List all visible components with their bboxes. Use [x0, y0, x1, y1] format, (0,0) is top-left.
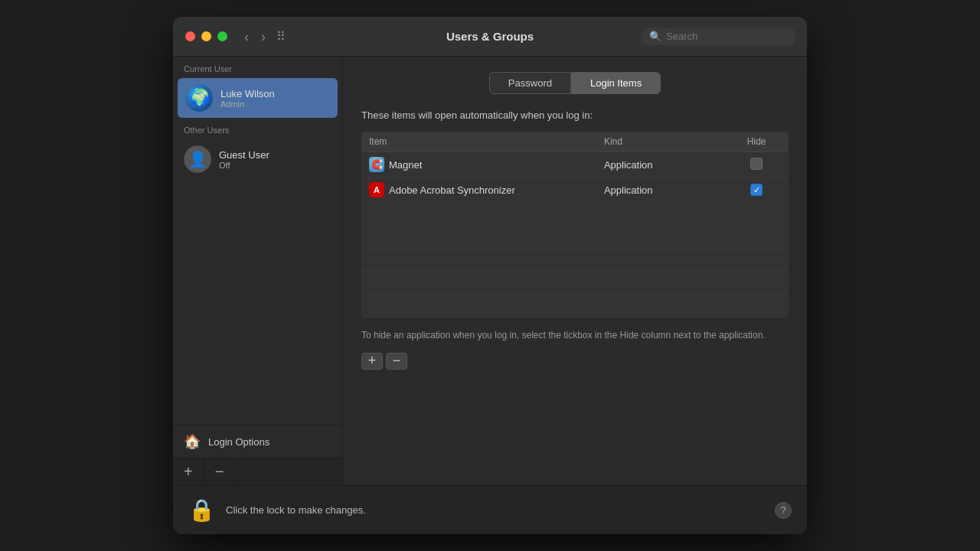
tab-login-items[interactable]: Login Items: [571, 72, 661, 94]
other-users-label: Other Users: [173, 118, 342, 139]
item-hide-magnet[interactable]: [724, 152, 789, 178]
titlebar: ‹ › ⠿ Users & Groups 🔍: [173, 17, 807, 57]
items-table: Item Kind Hide 🧲 Magnet Application: [361, 132, 789, 318]
search-input[interactable]: [666, 31, 787, 42]
table-row[interactable]: 🧲 Magnet Application: [361, 152, 789, 178]
current-user-label: Current User: [173, 57, 342, 78]
house-icon: 🏠: [184, 433, 201, 450]
sidebar-actions: + −: [173, 458, 342, 485]
guest-user-status: Off: [219, 161, 270, 170]
remove-item-button[interactable]: −: [386, 353, 407, 370]
search-icon: 🔍: [649, 31, 662, 42]
help-button[interactable]: ?: [775, 502, 792, 519]
add-user-button[interactable]: +: [173, 458, 204, 485]
guest-user-info: Guest User Off: [219, 149, 270, 170]
item-kind-magnet: Application: [596, 152, 724, 178]
minimize-button[interactable]: [201, 31, 211, 41]
current-user-item[interactable]: 🌍 Luke Wilson Admin: [178, 78, 338, 118]
login-options-item[interactable]: 🏠 Login Options: [173, 425, 342, 458]
table-row[interactable]: A Adobe Acrobat Synchronizer Application…: [361, 178, 789, 203]
table-row-empty-1: [361, 203, 789, 226]
main-panel: Password Login Items These items will op…: [343, 57, 807, 485]
item-name-magnet: 🧲 Magnet: [361, 152, 596, 178]
add-remove-buttons: + −: [361, 353, 789, 370]
forward-button[interactable]: ›: [256, 28, 270, 45]
window-title: Users & Groups: [446, 30, 534, 43]
acrobat-icon: A: [369, 182, 384, 197]
item-kind-acrobat: Application: [596, 178, 724, 203]
table-row-empty-3: [361, 249, 789, 272]
lock-text: Click the lock to make changes.: [226, 504, 366, 516]
checkbox-acrobat[interactable]: ✓: [750, 184, 763, 196]
main-window: ‹ › ⠿ Users & Groups 🔍 Current User 🌍 Lu…: [173, 17, 807, 534]
remove-user-button[interactable]: −: [204, 458, 236, 485]
current-user-role: Admin: [220, 99, 275, 109]
table-row-empty-5: [361, 295, 789, 318]
sidebar: Current User 🌍 Luke Wilson Admin Other U…: [173, 57, 343, 485]
col-header-kind: Kind: [596, 132, 724, 152]
back-button[interactable]: ‹: [240, 28, 253, 45]
magnet-icon: 🧲: [369, 157, 384, 172]
checkbox-magnet[interactable]: [750, 158, 763, 170]
footer: 🔒 Click the lock to make changes. ?: [173, 485, 807, 534]
nav-buttons: ‹ ›: [240, 28, 270, 45]
tabs: Password Login Items: [361, 72, 789, 94]
item-name-acrobat: A Adobe Acrobat Synchronizer: [361, 178, 596, 203]
col-header-hide: Hide: [724, 132, 789, 152]
current-user-avatar: 🌍: [185, 84, 213, 112]
hint-text: To hide an application when you log in, …: [361, 328, 789, 342]
close-button[interactable]: [185, 31, 195, 41]
current-user-info: Luke Wilson Admin: [220, 88, 275, 109]
globe-icon: 🌍: [185, 84, 213, 112]
guest-user-avatar: 👤: [184, 145, 211, 173]
tab-password[interactable]: Password: [489, 72, 571, 94]
guest-user-item[interactable]: 👤 Guest User Off: [173, 139, 342, 179]
login-options-label: Login Options: [208, 436, 270, 448]
guest-user-name: Guest User: [219, 149, 270, 161]
traffic-lights: [185, 31, 227, 41]
col-header-item: Item: [361, 132, 596, 152]
table-row-empty-2: [361, 226, 789, 249]
sidebar-spacer: [173, 179, 342, 425]
content-area: Current User 🌍 Luke Wilson Admin Other U…: [173, 57, 807, 485]
maximize-button[interactable]: [217, 31, 227, 41]
person-icon: 👤: [184, 145, 211, 173]
lock-icon[interactable]: 🔒: [188, 497, 215, 523]
add-item-button[interactable]: +: [361, 353, 383, 370]
current-user-name: Luke Wilson: [220, 88, 275, 99]
item-hide-acrobat[interactable]: ✓: [724, 178, 789, 203]
table-row-empty-4: [361, 272, 789, 295]
description-text: These items will open automatically when…: [361, 109, 789, 121]
search-bar[interactable]: 🔍: [642, 28, 795, 45]
grid-button[interactable]: ⠿: [276, 29, 286, 44]
